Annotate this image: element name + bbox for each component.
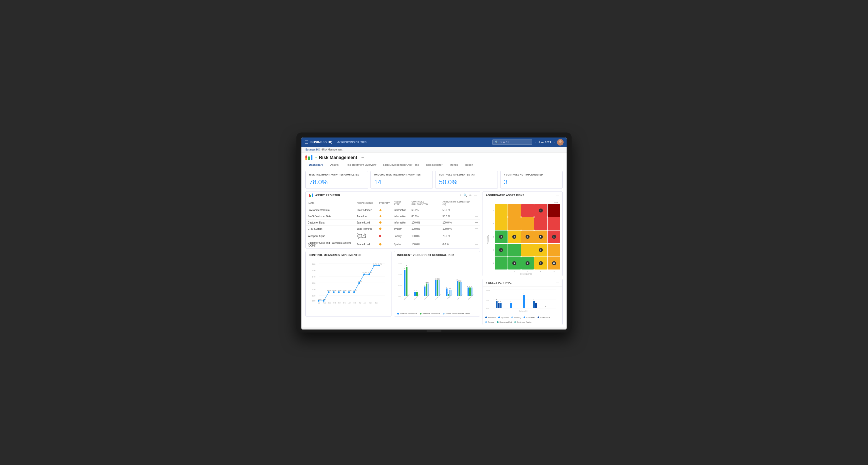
page-options-button[interactable]: ⋯: [361, 156, 364, 160]
table-row[interactable]: Environmental Data Ola Pedersen Informat…: [306, 207, 480, 213]
matrix-row-1: 1 1 1 7 11: [492, 257, 560, 270]
next-date-arrow[interactable]: ›: [554, 141, 555, 144]
cell-actions-impl: 100.0 %: [440, 220, 473, 226]
control-measures-title: CONTROL MEASURES IMPLEMENTED: [309, 254, 362, 257]
add-icon[interactable]: +: [460, 194, 462, 197]
kpi-controls-implemented: CONTROLS IMPLEMENTED (%) 50.0%: [435, 171, 498, 189]
page-icon: [305, 155, 312, 160]
tab-assets[interactable]: Assets: [327, 162, 342, 168]
svg-text:Dec: Dec: [343, 302, 346, 303]
cell-row-menu[interactable]: ⋯: [473, 232, 480, 240]
svg-text:12.5%: 12.5%: [327, 290, 332, 291]
page-title: Risk Management: [319, 155, 357, 160]
cell-2-3: 5: [534, 231, 547, 243]
svg-text:0.50: 0.50: [312, 269, 315, 272]
cell-priority: [377, 232, 392, 240]
cell-asset-type: Facility: [392, 232, 409, 240]
cell-row-menu[interactable]: ⋯: [473, 220, 480, 226]
asset-register-header: ASSET REGISTER + 🔍 ✏ ⋯: [306, 192, 480, 199]
cell-responsible: Anne Liu: [355, 213, 377, 220]
cell-row-menu[interactable]: ⋯: [473, 213, 480, 220]
svg-rect-62: [414, 292, 416, 296]
right-column: AGGREGATED ASSET RISKS ⋯ Risk Probabilit…: [483, 191, 563, 325]
legend-inherent: Inherent Risk Value: [397, 312, 417, 315]
panel-actions: + 🔍 ✏ ⋯: [460, 194, 477, 197]
prev-date-arrow[interactable]: ‹: [535, 141, 536, 144]
my-responsibilities-link[interactable]: MY RESPONSIBILITIES: [336, 141, 367, 144]
search-box[interactable]: 🔍 SEARCH: [492, 139, 532, 145]
breadcrumb-parent[interactable]: Business HQ: [305, 148, 320, 151]
svg-rect-79: [448, 294, 449, 296]
tab-report[interactable]: Report: [462, 162, 477, 168]
tab-risk-development[interactable]: Risk Development Over Time: [380, 162, 423, 168]
svg-text:Oct: Oct: [333, 302, 336, 303]
col-actions-impl: ACTIONS IMPLEMENTED (%): [440, 199, 473, 207]
svg-rect-72: [435, 280, 436, 296]
cell-3-0: 1: [495, 244, 507, 257]
svg-text:13: 13: [460, 280, 462, 282]
cell-4-1: 1: [508, 257, 521, 270]
svg-rect-73: [437, 280, 438, 296]
table-row[interactable]: Customer Data Janne Lund Information 100…: [306, 220, 480, 226]
inherent-chart-area: 30.00 20.00 10.00 0.00 25 28: [394, 259, 480, 311]
svg-text:14: 14: [457, 279, 458, 281]
cell-row-menu[interactable]: ⋯: [473, 226, 480, 232]
asset-per-type-more[interactable]: ⋯: [556, 281, 559, 285]
cell-name: CRM System: [306, 226, 355, 232]
tab-risk-treatment[interactable]: Risk Treatment Overview: [342, 162, 380, 168]
inherent-more[interactable]: ⋯: [474, 253, 477, 257]
inherent-vs-current-header: INHERENT VS CURRENT RESIDUAL RISK ⋯: [394, 251, 480, 259]
table-row[interactable]: Customer Case and Payments System (CCPS)…: [306, 240, 480, 248]
tab-risk-register[interactable]: Risk Register: [423, 162, 446, 168]
user-avatar[interactable]: [557, 139, 564, 145]
col-priority: PRIORITY: [377, 199, 392, 207]
svg-rect-113: [498, 303, 499, 308]
priority-critical-icon: [379, 235, 381, 237]
edit-icon[interactable]: ✏: [469, 194, 472, 197]
svg-text:8: 8: [469, 286, 470, 287]
control-measures-more[interactable]: ⋯: [385, 253, 388, 257]
kpi-value-2: 50.0%: [439, 178, 494, 186]
page-header: ↗ Risk Management ⋯: [302, 153, 566, 160]
search-panel-icon[interactable]: 🔍: [464, 194, 467, 197]
hamburger-icon[interactable]: ☰: [304, 140, 308, 144]
cell-row-menu[interactable]: ⋯: [473, 207, 480, 213]
trend-icon: ↗: [314, 156, 317, 159]
table-row[interactable]: CRM System Jane Ramirez System 100.0% 10…: [306, 226, 480, 232]
cell-0-1: [508, 204, 521, 217]
svg-text:6: 6: [451, 288, 451, 289]
svg-text:8: 8: [471, 286, 471, 287]
table-row[interactable]: SaaS Customer Data Anne Liu Information …: [306, 213, 480, 220]
cell-priority: [377, 240, 392, 248]
svg-text:10.00: 10.00: [486, 290, 490, 291]
svg-text:Jul: Jul: [318, 302, 320, 303]
cell-responsible: Janne Lund: [355, 220, 377, 226]
svg-rect-58: [404, 270, 405, 296]
svg-text:0.0%: 0.0%: [318, 299, 321, 300]
priority-high-icon: [379, 221, 381, 224]
cell-row-menu[interactable]: ⋯: [473, 240, 480, 248]
svg-text:0.00: 0.00: [312, 300, 315, 302]
svg-text:15: 15: [436, 278, 438, 280]
svg-text:0.20: 0.20: [312, 289, 315, 291]
tab-dashboard[interactable]: Dashboard: [305, 162, 327, 168]
cell-3-4: [548, 244, 560, 257]
brand-label[interactable]: BUSINESS HQ: [310, 140, 333, 144]
cell-asset-type: Information: [392, 220, 409, 226]
aggregated-title: AGGREGATED ASSET RISKS: [486, 194, 524, 197]
more-options-icon[interactable]: ⋯: [474, 194, 477, 197]
cell-controls-impl: 100.0%: [409, 240, 440, 248]
svg-text:50.0%: 50.0%: [373, 263, 377, 265]
x-val-1: 1: [495, 270, 507, 272]
svg-text:7: 7: [524, 293, 524, 295]
legend-building: Building: [511, 316, 521, 319]
svg-text:4: 4: [416, 290, 416, 291]
table-row[interactable]: Windpark Alpha Owe Lie Bjølland Facility…: [306, 232, 480, 240]
svg-rect-120: [523, 295, 525, 308]
aggregated-more[interactable]: ⋯: [556, 194, 559, 197]
kpi-label-3: # CONTROLS NOT IMPLEMENTED: [504, 173, 559, 176]
tab-trends[interactable]: Trends: [446, 162, 462, 168]
svg-text:25: 25: [404, 268, 405, 269]
panel-icon: [309, 194, 313, 197]
svg-text:3: 3: [535, 301, 536, 302]
